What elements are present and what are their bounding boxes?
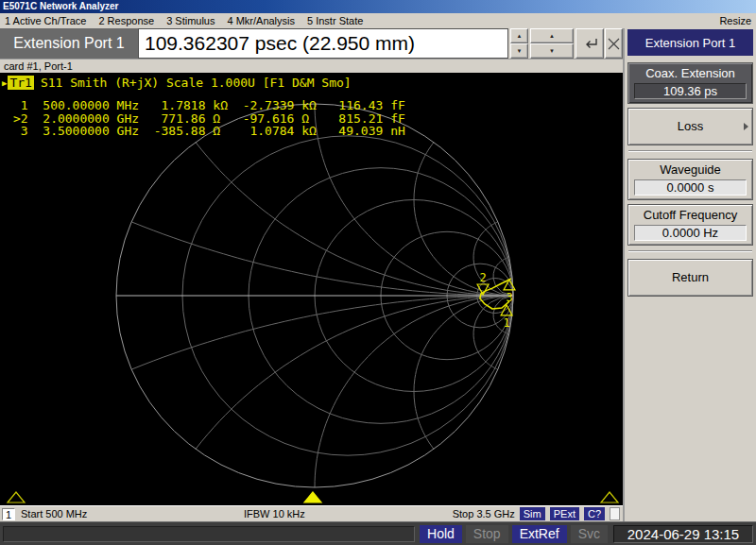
marker-table: 1 500.00000 MHz 1.7818 kΩ -2.7339 kΩ 116… (13, 99, 405, 138)
softkey-label: Loss (678, 119, 703, 133)
softkey-separator (628, 250, 752, 252)
message-area (3, 526, 415, 542)
stimulus-marker-3-triangle[interactable] (601, 492, 618, 502)
marker-row: >2 2.0000000 GHz 771.86 Ω -97.616 Ω 815.… (13, 112, 405, 126)
stimulus-status-bar: 1 Start 500 MHz IFBW 10 kHz Stop 3.5 GHz… (0, 505, 623, 521)
softkey-label: Coax. Extension (630, 66, 750, 80)
menu-response[interactable]: 2 Response (98, 15, 154, 26)
trace-id-button[interactable]: Tr1 (8, 76, 33, 90)
menu-bar: 1 Active Ch/Trace 2 Response 3 Stimulus … (0, 13, 756, 28)
menu-active-ch-trace[interactable]: 1 Active Ch/Trace (5, 15, 86, 26)
sim-badge: Sim (520, 507, 545, 520)
marker-row: 1 500.00000 MHz 1.7818 kΩ -2.7339 kΩ 116… (13, 99, 405, 112)
stop-frequency-label: Stop 3.5 GHz (453, 508, 515, 519)
status-empty-slot (610, 507, 620, 520)
e5071c-screen: { "window": { "title": "E5071C Network A… (0, 0, 756, 545)
entry-close-button[interactable] (605, 28, 623, 59)
menu-mkr-analysis[interactable]: 4 Mkr/Analysis (227, 15, 295, 26)
softkey-return[interactable]: Return (627, 259, 753, 297)
entry-toolbar: Extension Port 1 109.362307 psec (22.950… (0, 28, 623, 59)
window-titlebar: E5071C Network Analyzer (0, 0, 756, 13)
softkey-waveguide[interactable]: Waveguide 0.0000 s (627, 159, 753, 200)
softkey-label: Return (672, 270, 709, 284)
service-mode-indicator: Svc (571, 525, 608, 543)
correction-badge: C? (584, 507, 605, 520)
trigger-hold-indicator: Hold (420, 525, 462, 543)
entry-label: Extension Port 1 (0, 28, 138, 59)
window-title: E5071C Network Analyzer (3, 1, 118, 11)
submenu-arrow-icon (744, 123, 748, 130)
enter-icon (582, 38, 598, 50)
close-icon (608, 38, 620, 50)
stimulus-marker-2-triangle[interactable] (304, 492, 321, 502)
marker-row: 3 3.5000000 GHz -385.88 Ω 1.0784 kΩ 49.0… (13, 125, 405, 138)
spin-up-small-button[interactable]: ▲ (510, 28, 528, 43)
spin-down-small-button[interactable]: ▼ (510, 43, 528, 59)
entry-value-field[interactable]: 109.362307 psec (22.950 mm) (138, 28, 508, 59)
trace-status-line: ▶ Tr1 S11 Smith (R+jX) Scale 1.000U [F1 … (2, 76, 352, 90)
spin-down-large-button[interactable]: ▼ (530, 43, 574, 59)
marker-2-label: 2 (479, 271, 486, 284)
waveguide-value: 0.0000 s (634, 179, 747, 196)
menu-instr-state[interactable]: 5 Instr State (307, 15, 363, 26)
softkey-menu-title: Extension Port 1 (627, 29, 753, 56)
datetime-display: 2024-06-29 13:15 (613, 525, 753, 543)
marker-3-label: 3 (506, 291, 512, 304)
card-label: card #1, Port-1 (4, 60, 73, 72)
softkey-cutoff-frequency[interactable]: Cutoff Frequency 0.0000 Hz (627, 204, 753, 246)
ext-ref-indicator: ExtRef (512, 525, 567, 543)
main-area: Extension Port 1 109.362307 psec (22.950… (0, 28, 756, 521)
softkey-label: Waveguide (630, 162, 750, 177)
coarse-stepper: ▲ ▼ (530, 28, 574, 59)
ifbw-label: IFBW 10 kHz (244, 508, 305, 519)
active-trace-pointer-icon: ▶ (2, 78, 7, 88)
display-column: Extension Port 1 109.362307 psec (22.950… (0, 28, 623, 521)
trace-descriptor: S11 Smith (R+jX) Scale 1.000U [F1 D&M Sm… (41, 76, 352, 90)
fine-stepper: ▲ ▼ (510, 28, 528, 59)
softkey-coax-extension[interactable]: Coax. Extension 109.36 ps (627, 62, 753, 104)
smith-chart-plot: 123 ▶ Tr1 S11 Smith (R+jX) Scale 1.000U … (0, 73, 623, 505)
smith-reactance-arc (414, 143, 513, 296)
enter-button[interactable] (576, 28, 604, 59)
spin-up-large-button[interactable]: ▲ (530, 28, 574, 43)
channel-number-box: 1 (2, 508, 15, 520)
menu-stimulus[interactable]: 3 Stimulus (166, 15, 215, 26)
softkey-label: Cutoff Frequency (630, 208, 750, 222)
marker-1-label: 1 (503, 316, 509, 330)
start-frequency-label: Start 500 MHz (21, 508, 87, 519)
card-label-bar: card #1, Port-1 (0, 59, 623, 73)
menu-resize[interactable]: Resize (719, 15, 751, 26)
softkey-loss[interactable]: Loss (627, 108, 753, 145)
softkey-sidebar: Extension Port 1 Coax. Extension 109.36 … (623, 28, 756, 521)
smith-reactance-arc (414, 296, 513, 449)
stimulus-marker-1-triangle[interactable] (8, 492, 25, 502)
cutoff-frequency-value: 0.0000 Hz (634, 225, 747, 241)
coax-extension-value: 109.36 ps (634, 83, 747, 99)
softkey-separator (628, 150, 752, 152)
status-right-group: Stop 3.5 GHz Sim PExt C? (453, 507, 620, 520)
instrument-status-bar: Hold Stop ExtRef Svc 2024-06-29 13:15 (0, 521, 756, 545)
pext-badge: PExt (550, 507, 579, 520)
sweep-stop-indicator: Stop (466, 525, 508, 543)
